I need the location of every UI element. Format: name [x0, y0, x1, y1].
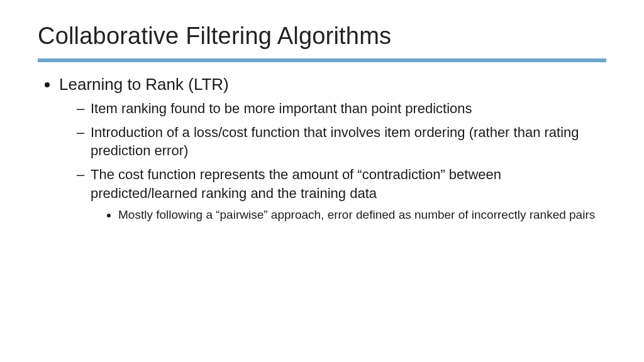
- list-item: Mostly following a “pairwise” approach, …: [118, 207, 606, 223]
- list-item: Item ranking found to be more important …: [77, 99, 606, 118]
- bullet-list-level-3: Mostly following a “pairwise” approach, …: [91, 207, 606, 223]
- bullet-text: Mostly following a “pairwise” approach, …: [118, 208, 595, 221]
- list-item: Learning to Rank (LTR) Item ranking foun…: [59, 74, 606, 222]
- bullet-text: The cost function represents the amount …: [91, 167, 501, 201]
- list-item: The cost function represents the amount …: [77, 165, 606, 222]
- bullet-text: Learning to Rank (LTR): [59, 75, 229, 94]
- slide-title: Collaborative Filtering Algorithms: [38, 23, 606, 50]
- bullet-list-level-1: Learning to Rank (LTR) Item ranking foun…: [38, 74, 606, 222]
- bullet-text: Introduction of a loss/cost function tha…: [91, 124, 579, 159]
- list-item: Introduction of a loss/cost function tha…: [77, 123, 606, 160]
- bullet-text: Item ranking found to be more important …: [91, 101, 472, 116]
- slide: Collaborative Filtering Algorithms Learn…: [0, 0, 644, 362]
- title-rule: [38, 58, 606, 62]
- bullet-list-level-2: Item ranking found to be more important …: [59, 99, 606, 222]
